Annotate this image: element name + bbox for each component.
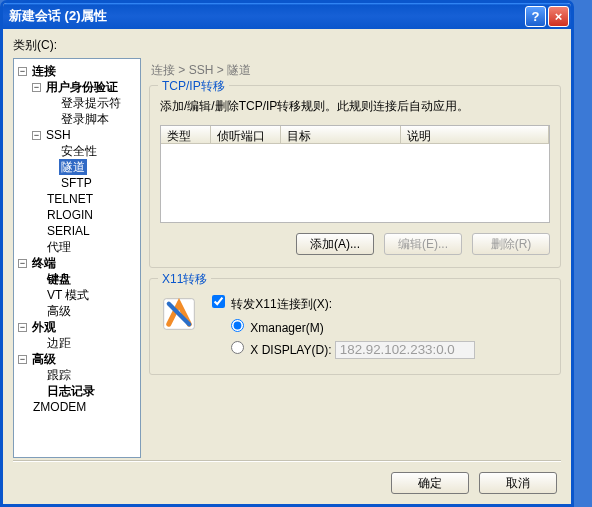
tree-telnet[interactable]: TELNET: [45, 191, 95, 207]
tree-appearance[interactable]: 外观: [30, 319, 58, 335]
tree-margin[interactable]: 边距: [45, 335, 73, 351]
col-listen-port[interactable]: 侦听端口: [211, 126, 281, 143]
forward-x11-checkbox[interactable]: 转发X11连接到(X):: [208, 292, 475, 313]
tree-userauth[interactable]: 用户身份验证: [44, 79, 120, 95]
tree-loginscript[interactable]: 登录脚本: [59, 111, 111, 127]
close-button[interactable]: ×: [548, 6, 569, 27]
tree-ssh[interactable]: SSH: [44, 127, 73, 143]
col-description[interactable]: 说明: [401, 126, 549, 143]
tree-keyboard[interactable]: 键盘: [45, 271, 73, 287]
tree-connection[interactable]: 连接: [30, 63, 58, 79]
xmanager-radio[interactable]: Xmanager(M): [226, 316, 475, 335]
tree-zmodem[interactable]: ZMODEM: [31, 399, 88, 415]
tree-advanced[interactable]: 高级: [30, 351, 58, 367]
tree-loginprompt[interactable]: 登录提示符: [59, 95, 123, 111]
window-title: 新建会话 (2)属性: [9, 7, 523, 25]
tcpip-legend: TCP/IP转移: [158, 78, 229, 95]
tree-proxy[interactable]: 代理: [45, 239, 73, 255]
tree-tunnel[interactable]: 隧道: [59, 159, 87, 175]
ok-button[interactable]: 确定: [391, 472, 469, 494]
edit-button[interactable]: 编辑(E)...: [384, 233, 462, 255]
add-button[interactable]: 添加(A)...: [296, 233, 374, 255]
title-bar[interactable]: 新建会话 (2)属性 ? ×: [3, 3, 571, 29]
help-button[interactable]: ?: [525, 6, 546, 27]
expand-icon[interactable]: −: [18, 259, 27, 268]
x11-legend: X11转移: [158, 271, 211, 288]
settings-panel: 连接 > SSH > 隧道 TCP/IP转移 添加/编辑/删除TCP/IP转移规…: [149, 58, 561, 458]
properties-dialog: 新建会话 (2)属性 ? × 类别(C): −连接 −用户身份验证 登录提示符 …: [0, 0, 574, 507]
expand-icon[interactable]: −: [18, 67, 27, 76]
delete-button[interactable]: 删除(R): [472, 233, 550, 255]
tree-terminal[interactable]: 终端: [30, 255, 58, 271]
category-tree[interactable]: −连接 −用户身份验证 登录提示符 登录脚本 −SSH 安全性: [13, 58, 141, 458]
col-target[interactable]: 目标: [281, 126, 401, 143]
xdisplay-radio[interactable]: X DISPLAY(D):: [226, 338, 475, 359]
expand-icon[interactable]: −: [18, 355, 27, 364]
tree-serial[interactable]: SERIAL: [45, 223, 92, 239]
xdisplay-field[interactable]: [335, 341, 475, 359]
tree-sftp[interactable]: SFTP: [59, 175, 94, 191]
separator: [13, 460, 561, 462]
expand-icon[interactable]: −: [32, 131, 41, 140]
tree-vtmode[interactable]: VT 模式: [45, 287, 91, 303]
category-label: 类别(C):: [13, 37, 561, 54]
tree-rlogin[interactable]: RLOGIN: [45, 207, 95, 223]
tree-trace[interactable]: 跟踪: [45, 367, 73, 383]
xmanager-icon: [160, 295, 198, 333]
tree-logging[interactable]: 日志记录: [45, 383, 97, 399]
xdisplay-radio-input[interactable]: [231, 341, 244, 354]
rules-table[interactable]: 类型 侦听端口 目标 说明: [160, 125, 550, 223]
tcpip-group: TCP/IP转移 添加/编辑/删除TCP/IP转移规则。此规则连接后自动应用。 …: [149, 85, 561, 268]
col-type[interactable]: 类型: [161, 126, 211, 143]
xmanager-radio-input[interactable]: [231, 319, 244, 332]
cancel-button[interactable]: 取消: [479, 472, 557, 494]
tree-security[interactable]: 安全性: [59, 143, 99, 159]
expand-icon[interactable]: −: [18, 323, 27, 332]
forward-x11-input[interactable]: [212, 295, 225, 308]
expand-icon[interactable]: −: [32, 83, 41, 92]
x11-group: X11转移 转发X11连接到(X):: [149, 278, 561, 375]
tcpip-description: 添加/编辑/删除TCP/IP转移规则。此规则连接后自动应用。: [160, 98, 550, 115]
tree-advanced-terminal[interactable]: 高级: [45, 303, 73, 319]
